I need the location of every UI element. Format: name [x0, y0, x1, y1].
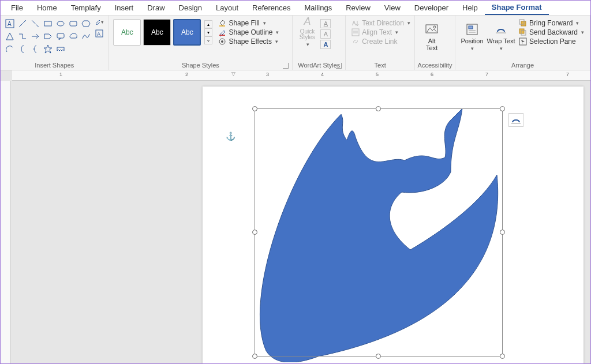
- style-preset-1[interactable]: Abc: [113, 19, 141, 46]
- horizontal-ruler[interactable]: ▽ 1 2 3 4 5 6 7 7: [12, 70, 590, 81]
- shape-arc-icon[interactable]: [4, 43, 16, 55]
- spinner-up-icon[interactable]: ▴: [204, 20, 212, 28]
- wordart-launcher[interactable]: [336, 63, 342, 69]
- quick-styles-button[interactable]: A Quick Styles▾: [296, 18, 318, 44]
- shape-effects-button[interactable]: Shape Effects▾: [218, 37, 279, 46]
- tab-design[interactable]: Design: [172, 1, 209, 14]
- shape-pentagon-icon[interactable]: [42, 31, 54, 42]
- tab-view[interactable]: View: [377, 1, 407, 14]
- shape-outline-label: Shape Outline: [229, 28, 272, 36]
- svg-marker-9: [44, 34, 51, 39]
- tab-review[interactable]: Review: [339, 1, 377, 14]
- text-effects-icon[interactable]: A: [320, 40, 331, 49]
- selection-pane-button[interactable]: Selection Pane: [519, 37, 584, 46]
- wrap-text-label: Wrap Text: [487, 37, 515, 44]
- indent-marker-icon[interactable]: ▽: [231, 71, 235, 77]
- shapes-gallery[interactable]: A: [3, 17, 93, 56]
- tab-draw[interactable]: Draw: [140, 1, 171, 14]
- edit-shape-icon[interactable]: ▾: [94, 17, 104, 27]
- shape-callout-icon[interactable]: [55, 31, 66, 42]
- alt-text-button[interactable]: AltText: [417, 17, 446, 57]
- svg-text:A: A: [8, 21, 12, 27]
- tab-mailings[interactable]: Mailings: [298, 1, 339, 14]
- tab-shape-format[interactable]: Shape Format: [485, 1, 549, 15]
- shape-bracket-icon[interactable]: [17, 43, 28, 55]
- anchor-icon[interactable]: ⚓: [226, 132, 235, 141]
- style-preset-2[interactable]: Abc: [143, 19, 171, 46]
- layout-options-button[interactable]: [508, 113, 523, 127]
- shape-star-icon[interactable]: [42, 43, 54, 55]
- selection-box[interactable]: [255, 108, 503, 357]
- position-button[interactable]: Position▾: [458, 17, 487, 57]
- spinner-down-icon[interactable]: ▾: [204, 28, 212, 36]
- shape-oval-icon[interactable]: [55, 18, 66, 29]
- svg-rect-10: [57, 33, 64, 38]
- resize-handle-bl[interactable]: [252, 354, 257, 359]
- resize-handle-br[interactable]: [500, 354, 505, 359]
- vertical-ruler[interactable]: [1, 81, 11, 363]
- shape-effects-label: Shape Effects: [229, 37, 272, 46]
- shape-arrow-icon[interactable]: [29, 31, 41, 42]
- document-area: ▽ 1 2 3 4 5 6 7 7 ⚓: [1, 70, 590, 363]
- shape-freeform-icon[interactable]: [80, 31, 92, 42]
- bring-forward-button[interactable]: Bring Forward▾: [519, 19, 584, 27]
- create-link-button[interactable]: Create Link: [351, 37, 410, 46]
- align-text-button[interactable]: Align Text▾: [351, 28, 410, 36]
- tab-templafy[interactable]: Templafy: [64, 1, 108, 14]
- shape-elbow-icon[interactable]: [17, 31, 28, 42]
- svg-point-18: [221, 40, 223, 43]
- style-preset-3[interactable]: Abc: [173, 19, 201, 46]
- shape-styles-launcher[interactable]: [283, 63, 289, 69]
- tab-home[interactable]: Home: [30, 1, 64, 14]
- resize-handle-t[interactable]: [376, 106, 381, 111]
- ribbon: A ▾ A: [1, 16, 590, 70]
- text-outline-icon[interactable]: A: [320, 29, 331, 39]
- tab-layout[interactable]: Layout: [209, 1, 245, 14]
- resize-handle-b[interactable]: [376, 354, 381, 359]
- shape-outline-button[interactable]: Shape Outline▾: [218, 28, 279, 36]
- shape-line2-icon[interactable]: [29, 18, 41, 29]
- svg-rect-20: [352, 29, 359, 36]
- resize-handle-tl[interactable]: [252, 106, 257, 111]
- shape-textbox-icon[interactable]: A: [4, 18, 16, 29]
- canvas[interactable]: ⚓: [12, 81, 590, 363]
- text-direction-button[interactable]: A Text Direction▾: [351, 19, 410, 27]
- wrap-text-button[interactable]: Wrap Text▾: [487, 17, 515, 57]
- shape-line-icon[interactable]: [17, 18, 28, 29]
- svg-line-3: [32, 20, 39, 27]
- resize-handle-r[interactable]: [500, 230, 505, 235]
- ruler-mark: 7: [485, 72, 488, 77]
- tab-file[interactable]: File: [4, 1, 30, 14]
- wordart-a-icon: A: [300, 16, 314, 28]
- shape-brace-icon[interactable]: [29, 43, 41, 55]
- alt-text-icon: [425, 22, 439, 36]
- position-label: Position: [461, 37, 483, 44]
- svg-text:A: A: [97, 31, 100, 37]
- tab-developer[interactable]: Developer: [407, 1, 455, 14]
- resize-handle-tr[interactable]: [500, 106, 505, 111]
- shape-triangle-icon[interactable]: [4, 31, 16, 42]
- shape-rect-icon[interactable]: [42, 18, 54, 29]
- group-arrange: Position▾ Wrap Text▾ Bring Forward▾ Send…: [455, 16, 590, 70]
- svg-rect-32: [519, 29, 524, 33]
- shape-hexagon-icon[interactable]: [80, 18, 92, 29]
- tab-insert[interactable]: Insert: [108, 1, 141, 14]
- shape-roundrect-icon[interactable]: [68, 18, 79, 29]
- style-gallery-spinner[interactable]: ▴ ▾ ▿: [204, 20, 212, 44]
- group-text: A Text Direction▾ Align Text▾ Create Lin…: [346, 16, 415, 70]
- tab-help[interactable]: Help: [455, 1, 485, 14]
- resize-handle-l[interactable]: [252, 230, 257, 235]
- spinner-more-icon[interactable]: ▿: [204, 36, 212, 44]
- group-shape-styles: Abc Abc Abc ▴ ▾ ▿ Shape Fill▾ Shape Outl…: [109, 16, 293, 70]
- text-fill-icon[interactable]: A: [320, 19, 331, 28]
- align-text-icon: [351, 28, 360, 36]
- draw-textbox-icon[interactable]: A: [94, 28, 104, 39]
- shape-banner-icon[interactable]: [55, 43, 66, 55]
- group-label-wordart: WordArt Styles: [295, 61, 343, 70]
- shape-fill-button[interactable]: Shape Fill▾: [218, 19, 279, 27]
- tab-references[interactable]: References: [245, 1, 297, 14]
- svg-rect-30: [521, 21, 526, 26]
- ruler-mark: 7: [566, 72, 569, 77]
- shape-cloud-icon[interactable]: [68, 31, 79, 42]
- send-backward-button[interactable]: Send Backward▾: [519, 28, 584, 36]
